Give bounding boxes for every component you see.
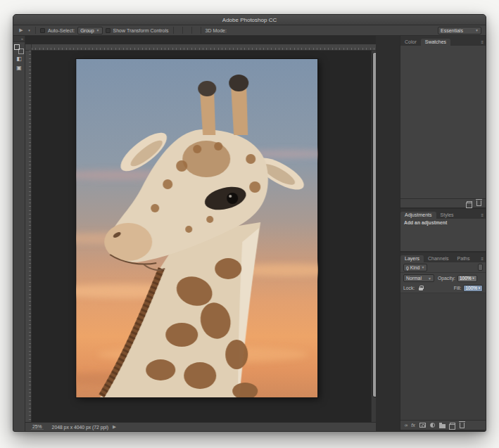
preset-caret-icon[interactable]: ▾ bbox=[27, 28, 31, 32]
title-bar[interactable]: Adobe Photoshop CC bbox=[13, 15, 486, 25]
chevron-down-icon: ▼ bbox=[421, 265, 424, 269]
vertical-ruler[interactable] bbox=[25, 51, 32, 422]
screen-mode-button[interactable]: ▣ bbox=[14, 63, 25, 72]
workspace-value: Essentials bbox=[441, 28, 463, 33]
canvas-pasteboard[interactable] bbox=[32, 51, 376, 422]
lock-label: Lock: bbox=[403, 286, 415, 290]
auto-select-value: Group bbox=[80, 28, 94, 33]
panel-menu-icon[interactable]: ≡ bbox=[479, 213, 486, 219]
opacity-value: 100% bbox=[460, 276, 472, 281]
filter-kind-dropdown[interactable]: ϙ Kind ▼ bbox=[403, 264, 427, 271]
add-adjustment-label: Add an adjustment bbox=[400, 219, 486, 226]
layer-filter-toggle[interactable] bbox=[478, 264, 483, 271]
options-bar: ▶ ▾ Auto-Select: Group ▼ Show Transform … bbox=[13, 25, 486, 36]
layers-panel: Layers Channels Paths ≡ ϙ Kind ▼ bbox=[400, 252, 486, 431]
divider bbox=[173, 27, 174, 34]
panel-menu-icon[interactable]: ≡ bbox=[479, 257, 486, 262]
layers-panel-header: Layers Channels Paths ≡ bbox=[400, 252, 486, 262]
tab-channels[interactable]: Channels bbox=[424, 255, 453, 262]
status-more-icon[interactable]: ▶ bbox=[113, 424, 116, 430]
move-tool-preset-icon[interactable]: ▶ bbox=[18, 27, 25, 33]
divider bbox=[191, 27, 192, 34]
workspace-dropdown[interactable]: Essentials ▼ bbox=[438, 27, 481, 34]
tab-adjustments[interactable]: Adjustments bbox=[400, 212, 436, 219]
opacity-label: Opacity: bbox=[438, 276, 455, 281]
link-layers-icon[interactable]: 8 bbox=[404, 424, 408, 426]
tab-layers[interactable]: Layers bbox=[400, 255, 424, 262]
giraffe-photo-canvas[interactable] bbox=[76, 59, 317, 397]
tab-styles[interactable]: Styles bbox=[436, 212, 458, 219]
opacity-field[interactable]: 100% ▼ bbox=[457, 275, 477, 282]
panel-menu-icon[interactable]: ≡ bbox=[479, 40, 486, 46]
panel-filler bbox=[400, 51, 486, 198]
divider bbox=[182, 27, 183, 34]
foreground-color-chip[interactable] bbox=[14, 44, 20, 50]
search-icon: ϙ bbox=[406, 265, 409, 270]
auto-select-label: Auto-Select: bbox=[48, 28, 75, 33]
auto-select-dropdown[interactable]: Group ▼ bbox=[77, 27, 102, 34]
fill-field[interactable]: 100% ▼ bbox=[463, 285, 483, 292]
tools-panel: » ◧ ▣ bbox=[13, 36, 25, 431]
status-bar: 25% 2048 px x 4040 px (72 ppi) ▶ bbox=[25, 422, 376, 431]
new-group-icon[interactable] bbox=[439, 424, 446, 428]
mode-3d-label: 3D Mode: bbox=[206, 28, 227, 33]
show-transform-label: Show Transform Controls bbox=[113, 28, 169, 33]
quick-mask-button[interactable]: ◧ bbox=[14, 54, 25, 63]
photoshop-window: Adobe Photoshop CC ▶ ▾ Auto-Select: Grou… bbox=[13, 14, 486, 432]
filter-kind-value: Kind bbox=[410, 265, 420, 270]
chevron-down-icon: ▼ bbox=[478, 286, 481, 290]
show-transform-checkbox[interactable] bbox=[106, 28, 110, 33]
chevron-down-icon: ▼ bbox=[475, 28, 479, 32]
lock-all-icon[interactable] bbox=[419, 286, 423, 290]
chevron-down-icon: ▼ bbox=[96, 28, 100, 32]
desktop: Adobe Photoshop CC ▶ ▾ Auto-Select: Grou… bbox=[0, 0, 499, 448]
window-title: Adobe Photoshop CC bbox=[13, 17, 486, 23]
new-layer-icon[interactable] bbox=[450, 423, 455, 428]
adjustments-panel: Adjustments Styles ≡ Add an adjustment bbox=[400, 209, 486, 252]
chevron-down-icon: ▼ bbox=[428, 276, 431, 281]
swatches-panel: Color Swatches ≡ bbox=[400, 36, 486, 209]
swatch-grid bbox=[400, 46, 486, 51]
ruler-corner bbox=[25, 44, 32, 51]
collapsed-panel-dock bbox=[376, 36, 400, 431]
divider bbox=[35, 27, 36, 34]
ruler-row bbox=[25, 44, 376, 51]
layers-bottom-bar: 8 fx bbox=[400, 420, 486, 430]
color-chips[interactable] bbox=[14, 44, 24, 54]
tab-color[interactable]: Color bbox=[400, 39, 421, 46]
new-adjustment-layer-icon[interactable] bbox=[430, 423, 435, 428]
new-swatch-icon[interactable] bbox=[467, 201, 472, 206]
auto-select-checkbox[interactable] bbox=[40, 28, 45, 33]
panel-column: Color Swatches ≡ Adjustments Sty bbox=[400, 36, 486, 431]
fill-label: Fill: bbox=[454, 286, 462, 290]
layer-style-fx-icon[interactable]: fx bbox=[411, 423, 415, 428]
document-info[interactable]: 2048 px x 4040 px (72 ppi) bbox=[52, 425, 108, 430]
tab-paths[interactable]: Paths bbox=[453, 255, 474, 262]
horizontal-ruler[interactable] bbox=[32, 44, 376, 51]
add-layer-mask-icon[interactable] bbox=[419, 423, 426, 428]
blend-mode-row: Normal ▼ Opacity: 100% ▼ bbox=[400, 273, 486, 283]
lock-row: Lock: Fill: 100% ▼ bbox=[400, 283, 486, 293]
swatches-panel-header: Color Swatches ≡ bbox=[400, 36, 486, 46]
delete-swatch-icon[interactable] bbox=[476, 200, 481, 206]
tab-swatches[interactable]: Swatches bbox=[421, 39, 450, 46]
zoom-level-field[interactable]: 25% bbox=[31, 424, 44, 430]
document-tab-strip bbox=[25, 36, 376, 44]
toolbar-expand-icon[interactable]: » bbox=[13, 36, 25, 42]
fill-value: 100% bbox=[465, 286, 477, 290]
scrollbar-thumb[interactable] bbox=[372, 52, 376, 397]
delete-layer-icon[interactable] bbox=[460, 423, 465, 428]
vertical-scrollbar[interactable] bbox=[371, 51, 376, 422]
blend-mode-value: Normal bbox=[406, 276, 422, 281]
blend-mode-dropdown[interactable]: Normal ▼ bbox=[403, 274, 434, 282]
layer-list bbox=[400, 293, 486, 420]
divider bbox=[201, 27, 201, 34]
document-area: 25% 2048 px x 4040 px (72 ppi) ▶ bbox=[25, 36, 376, 431]
chevron-down-icon: ▼ bbox=[472, 276, 475, 280]
swatches-bottom-bar bbox=[400, 198, 486, 207]
layer-filter-row: ϙ Kind ▼ bbox=[400, 262, 486, 273]
adjustments-panel-header: Adjustments Styles ≡ bbox=[400, 209, 486, 219]
